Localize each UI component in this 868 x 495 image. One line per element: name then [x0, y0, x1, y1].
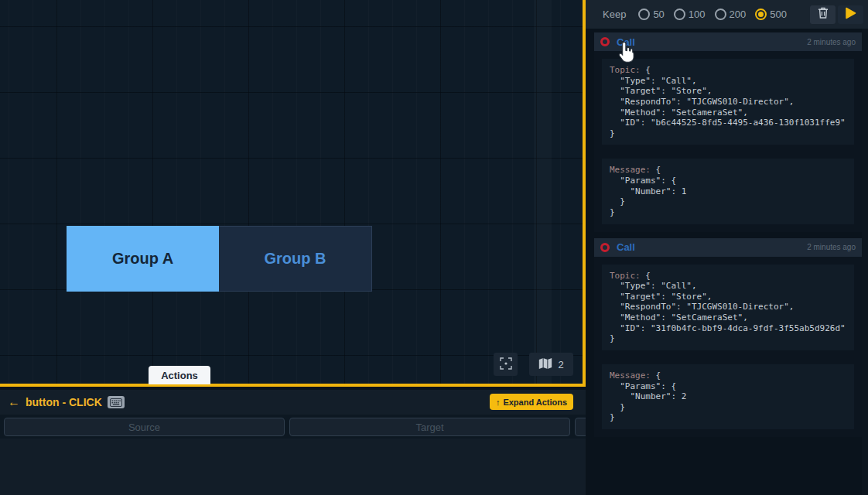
- topic-label: Topic:: [610, 65, 641, 75]
- minimap-button[interactable]: 2: [529, 353, 573, 376]
- canvas-toolbar: 2: [494, 353, 573, 376]
- keep-50-radio[interactable]: 50: [638, 9, 664, 20]
- record-icon: [600, 37, 610, 46]
- keyboard-icon: [108, 396, 125, 408]
- source-target-strip: [0, 415, 586, 439]
- map-icon: [538, 357, 552, 372]
- target-input[interactable]: [289, 418, 570, 436]
- flow-canvas[interactable]: Group A Group B Actions: [0, 0, 586, 387]
- source-input[interactable]: [4, 418, 285, 436]
- trash-icon: [818, 7, 829, 22]
- keep-radio-group: 50 100 200 500: [638, 9, 787, 20]
- message-block: Message: { "Params": { "Number": 2 } }: [602, 364, 854, 429]
- message-type[interactable]: Call: [617, 241, 635, 253]
- message-block: Message: { "Params": { "Number": 1 } }: [602, 159, 854, 224]
- clear-messages-button[interactable]: [810, 5, 836, 24]
- topic-block: Topic: { "Type": "Call", "Target": "Stor…: [602, 265, 854, 350]
- message-type[interactable]: Call: [617, 36, 635, 48]
- back-arrow-button[interactable]: ←: [8, 396, 20, 408]
- play-button[interactable]: [838, 5, 863, 24]
- action-editor-body: [0, 439, 586, 495]
- message-list: Call 2 minutes ago Topic: { "Type": "Cal…: [594, 32, 862, 443]
- scrollbar[interactable]: [862, 29, 868, 495]
- minimap-count: 2: [558, 359, 563, 370]
- group-b-button[interactable]: Group B: [219, 226, 372, 292]
- keep-label: Keep: [603, 9, 626, 20]
- fit-view-button[interactable]: [494, 353, 518, 376]
- keep-100-radio[interactable]: 100: [674, 9, 706, 20]
- expand-actions-button[interactable]: ↑ Expand Actions: [490, 394, 573, 410]
- action-title: button - CLICK: [26, 396, 102, 408]
- app-window: Group A Group B Actions: [0, 0, 868, 495]
- actions-tab[interactable]: Actions: [149, 366, 210, 384]
- message-card-header[interactable]: Call 2 minutes ago: [594, 238, 862, 257]
- topic-json: { "Type": "Call", "Target": "Store", "Re…: [610, 65, 846, 138]
- play-icon: [845, 7, 856, 22]
- fit-view-icon: [500, 357, 512, 372]
- message-label: Message:: [610, 165, 651, 175]
- radio-circle: [755, 9, 767, 20]
- group-a-button[interactable]: Group A: [67, 226, 219, 292]
- message-card-header[interactable]: Call 2 minutes ago: [594, 32, 862, 51]
- action-editor-panel: ← button - CLICK ↑ Expand Ac: [0, 390, 586, 495]
- radio-circle: [674, 9, 685, 20]
- message-card: Call 2 minutes ago Topic: { "Type": "Cal…: [594, 32, 862, 232]
- group-segment-control: Group A Group B: [67, 226, 372, 292]
- message-timestamp: 2 minutes ago: [807, 38, 856, 46]
- keep-toolbar: Keep 50 100 200 500: [586, 0, 868, 29]
- message-card-body: Topic: { "Type": "Call", "Target": "Stor…: [594, 51, 862, 232]
- grid-band: [534, 0, 552, 384]
- keep-500-radio[interactable]: 500: [755, 9, 787, 20]
- topic-block: Topic: { "Type": "Call", "Target": "Stor…: [602, 59, 854, 145]
- topic-json: { "Type": "Call", "Target": "Store", "Re…: [610, 271, 846, 344]
- topic-label: Topic:: [610, 271, 641, 281]
- message-card-body: Topic: { "Type": "Call", "Target": "Stor…: [594, 257, 862, 438]
- radio-circle: [715, 9, 726, 20]
- message-timestamp: 2 minutes ago: [807, 243, 856, 251]
- message-label: Message:: [610, 370, 651, 381]
- expand-arrow-icon: ↑: [496, 398, 501, 407]
- toolbar-actions: [810, 5, 863, 24]
- radio-circle: [638, 9, 650, 20]
- keep-200-radio[interactable]: 200: [715, 9, 747, 20]
- action-editor-header: ← button - CLICK: [8, 396, 125, 408]
- message-inspector-panel: Keep 50 100 200 500: [586, 0, 868, 495]
- message-card: Call 2 minutes ago Topic: { "Type": "Cal…: [594, 238, 862, 438]
- record-icon: [600, 243, 610, 252]
- expand-actions-label: Expand Actions: [503, 398, 567, 407]
